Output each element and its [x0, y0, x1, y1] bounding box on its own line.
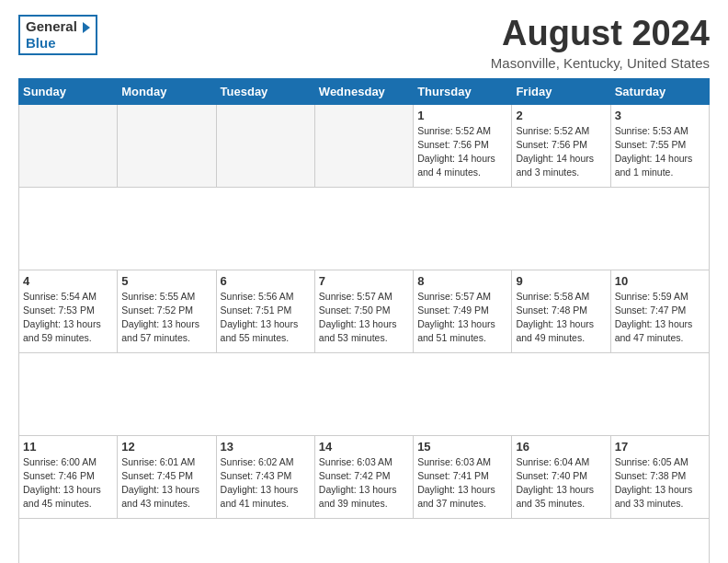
- logo: General Blue: [18, 15, 97, 55]
- day-of-week-monday: Monday: [118, 78, 216, 104]
- calendar-cell: 15Sunrise: 6:03 AMSunset: 7:41 PMDayligh…: [414, 435, 512, 518]
- calendar-cell: 3Sunrise: 5:53 AMSunset: 7:55 PMDaylight…: [610, 104, 709, 187]
- day-number: 8: [417, 274, 507, 288]
- calendar-week-3: 11Sunrise: 6:00 AMSunset: 7:46 PMDayligh…: [19, 435, 710, 518]
- day-info: Sunrise: 5:59 AMSunset: 7:47 PMDaylight:…: [615, 290, 705, 346]
- day-number: 13: [221, 440, 311, 454]
- month-year: August 2024: [491, 15, 710, 53]
- row-separator: [19, 352, 710, 435]
- calendar-cell: 6Sunrise: 5:56 AMSunset: 7:51 PMDaylight…: [216, 270, 314, 352]
- day-number: 16: [516, 440, 606, 454]
- day-info: Sunrise: 5:58 AMSunset: 7:48 PMDaylight:…: [516, 290, 606, 346]
- calendar: SundayMondayTuesdayWednesdayThursdayFrid…: [18, 78, 710, 563]
- calendar-cell: 13Sunrise: 6:02 AMSunset: 7:43 PMDayligh…: [216, 435, 314, 518]
- calendar-cell: 11Sunrise: 6:00 AMSunset: 7:46 PMDayligh…: [19, 435, 118, 518]
- day-number: 7: [319, 274, 409, 288]
- day-number: 11: [23, 440, 113, 454]
- calendar-cell: 8Sunrise: 5:57 AMSunset: 7:49 PMDaylight…: [414, 270, 512, 352]
- day-number: 14: [319, 440, 409, 454]
- day-info: Sunrise: 5:56 AMSunset: 7:51 PMDaylight:…: [221, 290, 311, 346]
- calendar-cell: [19, 104, 118, 187]
- calendar-week-2: 4Sunrise: 5:54 AMSunset: 7:53 PMDaylight…: [19, 270, 710, 352]
- row-sep-cell: [19, 352, 710, 435]
- calendar-cell: 17Sunrise: 6:05 AMSunset: 7:38 PMDayligh…: [610, 435, 709, 518]
- day-info: Sunrise: 5:52 AMSunset: 7:56 PMDaylight:…: [516, 124, 606, 180]
- calendar-cell: 16Sunrise: 6:04 AMSunset: 7:40 PMDayligh…: [512, 435, 610, 518]
- day-of-week-thursday: Thursday: [414, 78, 512, 104]
- calendar-header-row: SundayMondayTuesdayWednesdayThursdayFrid…: [19, 78, 710, 104]
- calendar-cell: 12Sunrise: 6:01 AMSunset: 7:45 PMDayligh…: [118, 435, 216, 518]
- calendar-cell: [118, 104, 216, 187]
- calendar-cell: 5Sunrise: 5:55 AMSunset: 7:52 PMDaylight…: [118, 270, 216, 352]
- day-info: Sunrise: 5:57 AMSunset: 7:50 PMDaylight:…: [319, 290, 409, 346]
- day-of-week-sunday: Sunday: [19, 78, 118, 104]
- day-info: Sunrise: 5:54 AMSunset: 7:53 PMDaylight:…: [23, 290, 113, 346]
- calendar-cell: 9Sunrise: 5:58 AMSunset: 7:48 PMDaylight…: [512, 270, 610, 352]
- day-number: 17: [615, 440, 705, 454]
- logo-general-text: General: [26, 18, 77, 34]
- day-number: 3: [615, 109, 705, 122]
- day-info: Sunrise: 6:03 AMSunset: 7:42 PMDaylight:…: [319, 455, 409, 511]
- logo-box: General Blue: [18, 15, 97, 55]
- day-of-week-friday: Friday: [512, 78, 610, 104]
- day-number: 5: [121, 274, 211, 288]
- row-sep-cell: [19, 187, 710, 270]
- calendar-week-1: 1Sunrise: 5:52 AMSunset: 7:56 PMDaylight…: [19, 104, 710, 187]
- calendar-cell: 14Sunrise: 6:03 AMSunset: 7:42 PMDayligh…: [314, 435, 413, 518]
- day-info: Sunrise: 5:57 AMSunset: 7:49 PMDaylight:…: [417, 290, 507, 346]
- day-number: 2: [516, 109, 606, 122]
- day-info: Sunrise: 6:05 AMSunset: 7:38 PMDaylight:…: [615, 455, 705, 511]
- calendar-cell: 10Sunrise: 5:59 AMSunset: 7:47 PMDayligh…: [610, 270, 709, 352]
- day-info: Sunrise: 6:00 AMSunset: 7:46 PMDaylight:…: [23, 455, 113, 511]
- row-separator: [19, 187, 710, 270]
- day-number: 1: [417, 109, 507, 122]
- day-info: Sunrise: 6:02 AMSunset: 7:43 PMDaylight:…: [221, 455, 311, 511]
- logo-flag-icon: [83, 22, 90, 33]
- calendar-cell: 4Sunrise: 5:54 AMSunset: 7:53 PMDaylight…: [19, 270, 118, 352]
- day-info: Sunrise: 6:03 AMSunset: 7:41 PMDaylight:…: [417, 455, 507, 511]
- header: General Blue August 2024 Masonville, Ken…: [18, 15, 710, 71]
- calendar-cell: [314, 104, 413, 187]
- row-sep-cell: [19, 518, 710, 563]
- day-number: 15: [417, 440, 507, 454]
- row-separator: [19, 518, 710, 563]
- calendar-cell: 2Sunrise: 5:52 AMSunset: 7:56 PMDaylight…: [512, 104, 610, 187]
- calendar-cell: 1Sunrise: 5:52 AMSunset: 7:56 PMDaylight…: [414, 104, 512, 187]
- day-info: Sunrise: 6:01 AMSunset: 7:45 PMDaylight:…: [121, 455, 211, 511]
- day-number: 9: [516, 274, 606, 288]
- day-info: Sunrise: 5:52 AMSunset: 7:56 PMDaylight:…: [417, 124, 507, 180]
- calendar-cell: [216, 104, 314, 187]
- day-info: Sunrise: 5:53 AMSunset: 7:55 PMDaylight:…: [615, 124, 705, 180]
- day-number: 6: [221, 274, 311, 288]
- day-of-week-saturday: Saturday: [610, 78, 709, 104]
- day-number: 12: [121, 440, 211, 454]
- calendar-cell: 7Sunrise: 5:57 AMSunset: 7:50 PMDaylight…: [314, 270, 413, 352]
- logo-blue-text: Blue: [26, 35, 56, 51]
- day-number: 10: [615, 274, 705, 288]
- title-area: August 2024 Masonville, Kentucky, United…: [491, 15, 710, 71]
- location: Masonville, Kentucky, United States: [491, 55, 710, 71]
- day-info: Sunrise: 6:04 AMSunset: 7:40 PMDaylight:…: [516, 455, 606, 511]
- day-of-week-tuesday: Tuesday: [216, 78, 314, 104]
- day-info: Sunrise: 5:55 AMSunset: 7:52 PMDaylight:…: [121, 290, 211, 346]
- day-of-week-wednesday: Wednesday: [314, 78, 413, 104]
- day-number: 4: [23, 274, 113, 288]
